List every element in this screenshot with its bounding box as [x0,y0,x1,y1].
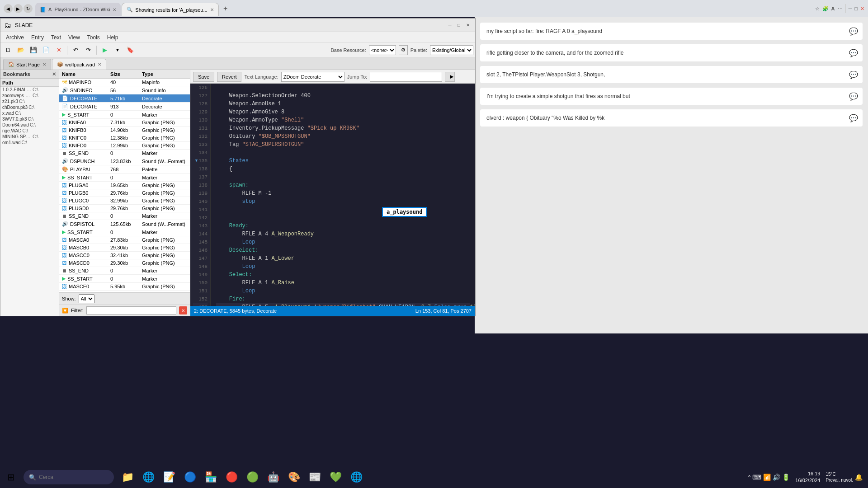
taskbar-chrome2[interactable]: 🌐 [346,467,366,487]
archive-item-mascc0[interactable]: 🖼MASCC0 32.41kbGraphic (PNG) [59,252,190,259]
tb-open[interactable]: 📂 [15,44,27,56]
chat-icon-1[interactable]: 💬 [849,26,858,37]
path-item-6[interactable]: Doom64.wad C:\ [0,122,59,128]
notification-icon[interactable]: 🔔 [855,474,863,481]
sound-icon[interactable]: 🔊 [773,474,780,481]
tb-saveas[interactable]: 📄 [40,44,52,56]
archive-item-knifa0[interactable]: 🖼KNIFA0 7.31kbGraphic (PNG) [59,119,190,127]
archive-item-plugd0[interactable]: 🖼PLUGD0 29.76kbGraphic (PNG) [59,205,190,212]
browser-close-icon[interactable]: ✕ [860,6,864,12]
tray-up-arrow[interactable]: ^ [748,474,751,480]
filter-input[interactable] [86,306,177,314]
archive-item-ssstart3[interactable]: ▶SS_START 0Marker [59,228,190,236]
chat-icon-2[interactable]: 💬 [849,48,858,59]
taskbar-edge[interactable]: 🔵 [180,467,200,487]
tab-start-close[interactable]: ✕ [42,62,46,67]
archive-item-masca0[interactable]: 🖼MASCA0 27.83kbGraphic (PNG) [59,236,190,244]
browser-profile-icon[interactable]: A [831,6,835,11]
path-item-0[interactable]: 1.0.2-FINAL.pk3 C:\ [0,87,59,93]
menu-text[interactable]: Text [47,33,65,42]
browser-menu-icon[interactable]: ⋯ [838,6,843,12]
taskbar-search[interactable]: 🔍 [24,470,114,484]
text-language-select[interactable]: ZDoom Decorate [281,72,344,82]
code-lines[interactable]: Weapon.SelectionOrder 400 Weapon.AmmoUse… [211,84,475,306]
archive-item-knifc0[interactable]: 🖼KNIFC0 12.38kbGraphic (PNG) [59,134,190,142]
archive-item-knifd0[interactable]: 🖼KNIFD0 12.99kbGraphic (PNG) [59,142,190,150]
filter-clear-button[interactable]: ✕ [179,306,187,314]
bookmarks-close[interactable]: ✕ [52,71,56,77]
archive-item-plugc0[interactable]: 🖼PLUGC0 32.99kbGraphic (PNG) [59,197,190,205]
forward-button[interactable]: ▶ [14,4,23,13]
archive-item-ssend2[interactable]: ⏹SS_END 0Marker [59,212,190,220]
menu-view[interactable]: View [65,33,84,42]
keyboard-icon[interactable]: ⌨ [752,474,761,481]
archive-item-knifb0[interactable]: 🖼KNIFB0 14.90kbGraphic (PNG) [59,127,190,134]
browser-tab-1[interactable]: 📘 A_PlaySound - ZDoom Wiki ✕ [35,3,121,16]
jump-to-go[interactable]: ▶ [445,72,455,82]
battery-icon[interactable]: 🔋 [782,474,790,481]
archive-item-sstart1[interactable]: ▶S_START 0Marker [59,111,190,119]
archive-item-mapinfo[interactable]: 🗺MAPINFO 40Mapinfo [59,79,190,86]
archive-item-decorate1[interactable]: 📄DECORATE 5.71kbDecorate [59,94,190,103]
archive-item-decorate2[interactable]: 📄DECORATE 913Decorate [59,103,190,111]
tab1-close[interactable]: ✕ [113,7,116,12]
menu-entry[interactable]: Entry [28,33,47,42]
path-item-5[interactable]: 3WV7.0.pk3 C:\ [0,116,59,122]
taskbar-weather[interactable]: 15°C Prevai. nuvol. [826,471,853,483]
taskbar-word[interactable]: 📝 [159,467,179,487]
chat-icon-4[interactable]: 💬 [849,91,858,102]
archive-item-ssstart4[interactable]: ▶SS_START 0Marker [59,275,190,283]
taskbar-chrome[interactable]: 🟢 [242,467,262,487]
tab-start-page[interactable]: 🏠 Start Page ✕ [3,59,51,70]
show-select[interactable]: All [79,294,94,303]
path-item-7[interactable]: nge.WAD C:\ [0,128,59,134]
menu-tools[interactable]: Tools [84,33,104,42]
taskbar-store[interactable]: 🏪 [201,467,221,487]
tb-save[interactable]: 💾 [28,44,39,56]
path-item-3[interactable]: chDoom.pk3 C:\ [0,104,59,110]
tb-new[interactable]: 🗋 [2,44,14,56]
network-icon[interactable]: 📶 [763,474,771,481]
chat-icon-5[interactable]: 💬 [849,113,858,124]
path-item-2[interactable]: z21.pk3 C:\ [0,99,59,104]
path-item-4[interactable]: x.wad C:\ [0,110,59,116]
taskbar-photoshop[interactable]: 🎨 [284,467,304,487]
chat-icon-3[interactable]: 💬 [849,70,858,80]
archive-item-masce0[interactable]: 🖼MASCE0 5.95kbGraphic (PNG) [59,283,190,291]
taskbar-red-app[interactable]: 🔴 [222,467,241,487]
taskbar-browser1[interactable]: 🌐 [138,467,158,487]
menu-help[interactable]: Help [104,33,122,42]
jump-to-input[interactable] [370,72,442,82]
archive-item-ssstart2[interactable]: ▶SS_START 0Marker [59,174,190,182]
taskbar-ai[interactable]: 🤖 [263,467,283,487]
archive-item-mascd0[interactable]: 🖼MASCD0 29.30kbGraphic (PNG) [59,259,190,267]
tb-run-arrow[interactable]: ▼ [112,44,123,56]
fold-arrow-135[interactable]: ▼ [195,157,198,165]
save-button[interactable]: Save [193,72,214,82]
tab2-close[interactable]: ✕ [210,7,214,12]
browser-tab-2[interactable]: 🔍 Showing results for 'A_playsou... ✕ [122,3,218,16]
back-button[interactable]: ◀ [4,4,13,13]
taskbar-file-explorer[interactable]: 📁 [118,467,137,487]
archive-item-dspunch[interactable]: 🔊DSPUNCH 123.83kbSound (W...Format) [59,157,190,165]
tb-redo[interactable]: ↷ [82,44,94,56]
menu-archive[interactable]: Archive [2,33,28,42]
path-item-8[interactable]: MINING SPRITE.wad C:\ [0,134,59,140]
revert-button[interactable]: Revert [217,72,241,82]
archive-item-ssend1[interactable]: ⏹SS_END 0Marker [59,150,190,157]
tb-bookmark[interactable]: 🔖 [124,44,136,56]
archive-item-dspistol[interactable]: 🔊DSPISTOL 125.65kbSound (W...Format) [59,220,190,228]
palette-select[interactable]: Existing/Global [430,45,473,55]
path-item-9[interactable]: om1.wad C:\ [0,140,59,145]
close-button[interactable]: ✕ [464,22,472,29]
browser-extensions-icon[interactable]: 🧩 [822,6,829,12]
new-tab-button[interactable]: + [220,3,231,14]
archive-item-pluga0[interactable]: 🖼PLUGA0 19.65kbGraphic (PNG) [59,182,190,189]
tab-wolfpack[interactable]: 📦 wolfpack.wad ✕ [52,59,106,70]
taskbar-indesign[interactable]: 📰 [305,467,325,487]
tb-undo[interactable]: ↶ [70,44,81,56]
path-item-1[interactable]: zoomweps-main C:\ [0,93,59,99]
taskbar-green-icon[interactable]: 💚 [326,467,345,487]
browser-minimize-icon[interactable]: ─ [849,6,852,11]
archive-item-playpal[interactable]: 🎨PLAYPAL 768Palette [59,165,190,174]
